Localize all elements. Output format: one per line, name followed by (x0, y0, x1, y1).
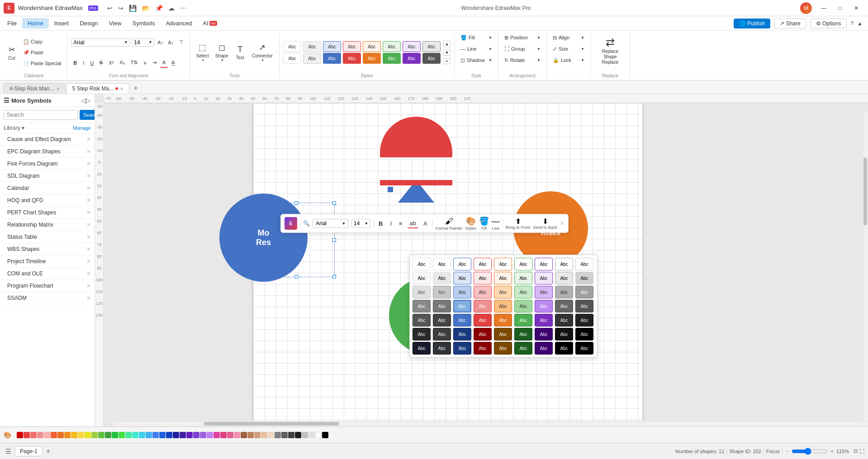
sp-2-6[interactable]: Abc (514, 272, 532, 284)
sidebar-item-hoq[interactable]: HOQ and QFD ✕ (0, 194, 95, 207)
bold-button[interactable]: B (71, 58, 79, 68)
sp-4-3[interactable]: Abc (453, 300, 471, 312)
format-painter-button[interactable]: 🖌 Format Painter (436, 217, 463, 231)
sp-5-9[interactable]: Abc (575, 314, 593, 327)
collapse-ribbon-button[interactable]: ▲ (857, 19, 863, 28)
color-green-vivid[interactable] (119, 432, 125, 438)
sidebar-item-five-forces[interactable]: Five Forces Diagram ✕ (0, 158, 95, 170)
sp-2-2[interactable]: Abc (433, 272, 451, 284)
sp-5-2[interactable]: Abc (433, 314, 451, 327)
style-swatch-14[interactable]: Abc (383, 53, 401, 64)
monitor-results-circle[interactable]: MoRes (219, 194, 308, 282)
sp-3-1[interactable]: Abc (413, 286, 431, 298)
fill-button[interactable]: 🪣 Fill ▼ (458, 33, 494, 43)
align-button[interactable]: ⊟ Align ▼ (550, 33, 587, 43)
sp-2-7[interactable]: Abc (535, 272, 553, 284)
color-peach[interactable] (254, 432, 261, 438)
sp-7-2[interactable]: Abc (433, 342, 451, 355)
color-white[interactable] (315, 432, 322, 438)
sp-6-6[interactable]: Abc (514, 328, 532, 341)
color-violet[interactable] (186, 432, 193, 438)
sp-6-4[interactable]: Abc (474, 328, 492, 341)
group-button[interactable]: ⛶ Group ▼ (502, 44, 543, 54)
sidebar-item-wbs[interactable]: WBS Shapes ✕ (0, 243, 95, 256)
color-amber[interactable] (71, 432, 77, 438)
color-picker-button[interactable]: 🎨 (4, 431, 11, 439)
share-button[interactable]: ↗ Share (774, 19, 806, 28)
sp-1-9[interactable]: Abc (575, 258, 593, 270)
rotate-button[interactable]: ↻ Rotate ▼ (502, 55, 543, 65)
color-red-dark[interactable] (17, 432, 23, 438)
maximize-button[interactable]: □ (832, 2, 848, 14)
red-bar[interactable] (380, 180, 452, 185)
tab-0[interactable]: 4-Step Risk Man... ✕ (4, 83, 66, 94)
handle-mr[interactable] (332, 238, 336, 242)
sidebar-item-program[interactable]: Program Flowchart ✕ (0, 280, 95, 292)
handle-tm[interactable] (294, 201, 298, 205)
handle-br[interactable] (332, 275, 336, 279)
color-lime[interactable] (91, 432, 98, 438)
vertical-scrollbar[interactable] (863, 112, 868, 421)
tab-1[interactable]: 5 Step Risk Ma... ✕ (66, 83, 129, 94)
style-swatch-7[interactable]: Abc (403, 41, 421, 52)
list-button[interactable]: ≡ (141, 58, 148, 68)
search-input[interactable] (4, 110, 78, 120)
line-button[interactable]: — Line ▼ (458, 44, 494, 54)
sp-5-8[interactable]: Abc (555, 314, 573, 327)
v-scroll-thumb[interactable] (863, 157, 867, 225)
remove-com[interactable]: ✕ (86, 270, 91, 277)
zoom-out-button[interactable]: － (785, 448, 790, 454)
sp-4-4[interactable]: Abc (474, 300, 492, 312)
underline-button[interactable]: U (88, 58, 96, 68)
sp-7-6[interactable]: Abc (514, 342, 532, 355)
sp-4-8[interactable]: Abc (555, 300, 573, 312)
sp-1-4[interactable]: Abc (474, 258, 492, 270)
color-blue-dark[interactable] (166, 432, 172, 438)
color-cyan[interactable] (139, 432, 145, 438)
color-navy[interactable] (173, 432, 179, 438)
select-button[interactable]: ⬚ Select ▼ (194, 41, 212, 64)
shadow-button[interactable]: ◫ Shadow ▼ (458, 55, 494, 65)
color-green-bright[interactable] (112, 432, 118, 438)
close-button[interactable]: ✕ (848, 2, 864, 14)
sp-4-7[interactable]: Abc (535, 300, 553, 312)
highlight-button[interactable]: A̲ (169, 58, 177, 68)
sp-2-5[interactable]: Abc (494, 272, 512, 284)
help-button[interactable]: ? (850, 19, 854, 28)
color-lavender[interactable] (207, 432, 213, 438)
sp-6-2[interactable]: Abc (433, 328, 451, 341)
sidebar-item-calendar[interactable]: Calendar ✕ (0, 182, 95, 194)
menu-symbols[interactable]: Symbols (127, 18, 161, 28)
remove-five-forces[interactable]: ✕ (86, 161, 91, 167)
ft-close-button[interactable]: ✕ (560, 220, 564, 227)
menu-design[interactable]: Design (74, 18, 103, 28)
ft-color-button[interactable]: ab (408, 219, 418, 228)
color-red[interactable] (24, 432, 30, 438)
ft-line-button[interactable]: — Line (492, 217, 500, 231)
lock-button[interactable]: 🔒 Lock ▼ (550, 55, 587, 65)
bring-to-front-button[interactable]: ⬆ Bring to Front (506, 217, 531, 230)
styles-scroll-up[interactable]: ▲ (443, 41, 451, 47)
remove-pert[interactable]: ✕ (86, 209, 91, 216)
h-scroll-thumb[interactable] (204, 422, 339, 426)
sp-6-3[interactable]: Abc (453, 328, 471, 341)
sp-3-4[interactable]: Abc (474, 286, 492, 298)
publish-button[interactable]: 🌐 Publish (734, 19, 771, 28)
sidebar-item-sdl[interactable]: SDL Diagram ✕ (0, 170, 95, 182)
sp-6-1[interactable]: Abc (413, 328, 431, 341)
ft-font-selector[interactable]: Arial ▼ (313, 219, 349, 228)
cut-button[interactable]: ✂ Cut (4, 41, 20, 64)
style-swatch-11[interactable]: Abc (323, 53, 341, 64)
replace-shape-button[interactable]: ⇄ ReplaceShapeReplace (594, 33, 626, 69)
sp-4-2[interactable]: Abc (433, 300, 451, 312)
canvas-area[interactable]: -70 -60 -50 -40 -30 -20 -10 0 10 20 30 4… (95, 94, 868, 426)
search-button[interactable]: Search (80, 110, 95, 120)
page-tab-1[interactable]: Page-1 (15, 446, 43, 456)
ft-align-button[interactable]: ≡ (397, 219, 405, 228)
shape-button[interactable]: ◻ Shape ▼ (213, 41, 231, 64)
font-size-selector[interactable]: 14 ▼ (132, 38, 154, 47)
zoom-slider[interactable] (792, 448, 828, 455)
manage-link[interactable]: Manage (73, 125, 91, 131)
sp-1-2[interactable]: Abc (433, 258, 451, 270)
color-blue[interactable] (159, 432, 166, 438)
